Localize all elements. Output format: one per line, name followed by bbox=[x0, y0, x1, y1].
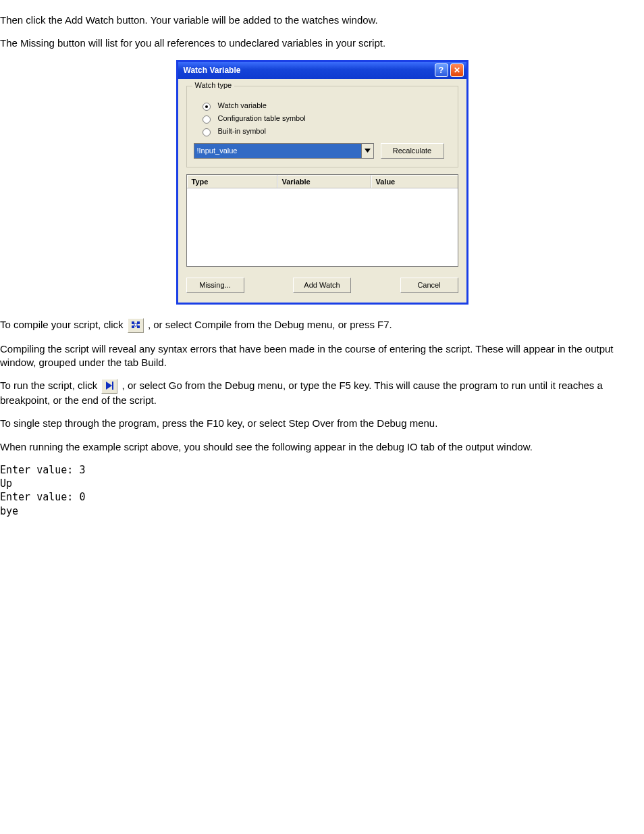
radio-watch-variable-input[interactable] bbox=[203, 103, 211, 111]
paragraph-missing: The Missing button will list for you all… bbox=[0, 36, 644, 50]
close-button[interactable]: ✕ bbox=[450, 63, 464, 77]
debug-output-block: Enter value: 3 Up Enter value: 0 bye bbox=[0, 463, 644, 518]
paragraph-add-watch: Then click the Add Watch button. Your va… bbox=[0, 14, 644, 27]
radio-builtin-symbol-label: Built-in symbol bbox=[218, 127, 267, 135]
radio-builtin-symbol[interactable]: Built-in symbol bbox=[199, 126, 451, 136]
watch-variable-dialog: Watch Variable ? ✕ Watch type Watch vari… bbox=[176, 60, 468, 305]
paragraph-compile: To compile your script, click , or selec… bbox=[0, 318, 644, 333]
svg-rect-3 bbox=[137, 321, 140, 324]
cancel-button[interactable]: Cancel bbox=[400, 278, 458, 293]
svg-point-6 bbox=[134, 323, 137, 325]
paragraph-output-intro: When running the example script above, y… bbox=[0, 440, 644, 454]
radio-builtin-symbol-input[interactable] bbox=[203, 128, 211, 136]
svg-rect-8 bbox=[112, 382, 113, 390]
compile-text-a: To compile your script, click bbox=[0, 319, 124, 330]
paragraph-compile-explain: Compiling the script will reveal any syn… bbox=[0, 342, 644, 370]
svg-marker-0 bbox=[365, 149, 371, 153]
radio-watch-variable-label: Watch variable bbox=[218, 101, 267, 109]
listview-header: Type Variable Value bbox=[187, 175, 458, 188]
radio-config-symbol-label: Configuration table symbol bbox=[218, 114, 306, 122]
svg-rect-2 bbox=[132, 321, 134, 324]
recalculate-button[interactable]: Recalculate bbox=[381, 143, 444, 159]
svg-rect-5 bbox=[137, 325, 140, 328]
dialog-titlebar: Watch Variable ? ✕ bbox=[178, 62, 466, 79]
run-icon bbox=[101, 379, 117, 394]
help-icon: ? bbox=[439, 66, 444, 75]
add-watch-button[interactable]: Add Watch bbox=[293, 278, 351, 293]
watch-type-group: Watch type Watch variable Configuration … bbox=[186, 86, 458, 167]
variable-input[interactable] bbox=[194, 144, 361, 158]
radio-config-symbol[interactable]: Configuration table symbol bbox=[199, 113, 451, 124]
combo-dropdown-button[interactable] bbox=[361, 144, 373, 158]
dialog-title: Watch Variable bbox=[184, 66, 241, 75]
dialog-wrapper: Watch Variable ? ✕ Watch type Watch vari… bbox=[0, 60, 644, 305]
paragraph-step: To single step through the program, pres… bbox=[0, 417, 644, 430]
help-button[interactable]: ? bbox=[435, 63, 448, 77]
compile-text-b: , or select Compile from the Debug menu,… bbox=[148, 319, 392, 330]
chevron-down-icon bbox=[365, 149, 371, 153]
radio-config-symbol-input[interactable] bbox=[203, 115, 211, 124]
group-legend: Watch type bbox=[192, 81, 235, 89]
svg-marker-7 bbox=[106, 382, 112, 390]
col-variable[interactable]: Variable bbox=[277, 175, 371, 188]
missing-button[interactable]: Missing... bbox=[186, 278, 244, 293]
col-value[interactable]: Value bbox=[371, 175, 458, 188]
close-icon: ✕ bbox=[454, 66, 460, 75]
radio-watch-variable[interactable]: Watch variable bbox=[199, 101, 451, 111]
results-listview[interactable]: Type Variable Value bbox=[186, 174, 458, 267]
paragraph-run: To run the script, click , or select Go … bbox=[0, 379, 644, 407]
compile-icon bbox=[128, 318, 144, 333]
run-text-a: To run the script, click bbox=[0, 380, 97, 391]
col-type[interactable]: Type bbox=[187, 175, 277, 188]
variable-combo[interactable] bbox=[194, 143, 374, 159]
svg-rect-4 bbox=[132, 325, 134, 328]
